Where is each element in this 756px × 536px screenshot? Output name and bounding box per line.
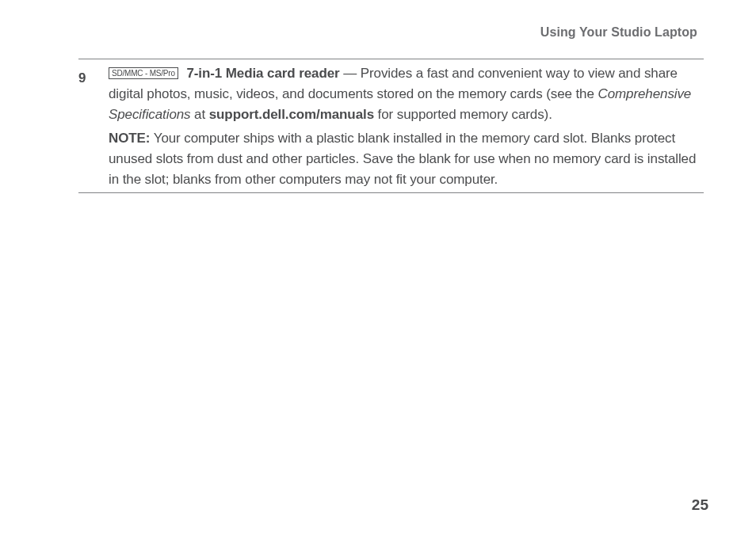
feature-text-b: at	[191, 107, 209, 122]
note-label: NOTE:	[109, 131, 150, 146]
content-block: 9 SD/MMC - MS/Pro 7-in-1 Media card read…	[78, 63, 704, 190]
item-body: SD/MMC - MS/Pro 7-in-1 Media card reader…	[109, 63, 704, 190]
document-page: Using Your Studio Laptop 9 SD/MMC - MS/P…	[0, 0, 756, 536]
page-number: 25	[692, 496, 708, 514]
divider-bottom	[78, 192, 704, 193]
divider-top	[78, 59, 704, 59]
feature-separator: —	[340, 66, 361, 81]
feature-url: support.dell.com/manuals	[209, 107, 374, 122]
note-text: Your computer ships with a plastic blank…	[109, 131, 696, 187]
note-paragraph: NOTE: Your computer ships with a plastic…	[109, 128, 704, 190]
item-number: 9	[78, 70, 86, 86]
feature-name: 7-in-1 Media card reader	[186, 66, 339, 81]
feature-text-c: for supported memory cards).	[374, 107, 552, 122]
section-header: Using Your Studio Laptop	[540, 25, 697, 40]
media-card-slot-icon: SD/MMC - MS/Pro	[109, 67, 178, 79]
